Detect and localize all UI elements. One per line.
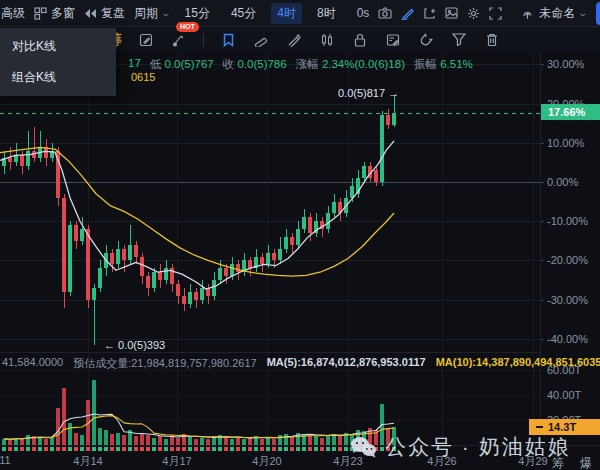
- x-axis-label: 11: [0, 454, 11, 466]
- badge-dash: [536, 426, 543, 428]
- menu-item-compare-kline[interactable]: 对比K线: [0, 31, 116, 62]
- y-axis-label: -40.00%: [547, 333, 588, 345]
- direction-strip-dot: [74, 447, 78, 451]
- direction-strip-dot: [176, 447, 180, 451]
- watermark-text: 公众号 · 奶油姑娘: [385, 433, 571, 461]
- direction-strip-dot: [320, 447, 324, 451]
- direction-strip-dot: [116, 447, 120, 451]
- direction-strip-dot: [62, 447, 66, 451]
- direction-strip-dot: [278, 447, 282, 451]
- direction-strip-dot: [182, 447, 186, 451]
- direction-strip-dot: [206, 447, 210, 451]
- direction-strip-dot: [80, 447, 84, 451]
- direction-strip-dot: [236, 447, 240, 451]
- direction-strip-dot: [308, 447, 312, 451]
- y-axis-label: -10.00%: [547, 215, 588, 227]
- direction-strip-dot: [332, 447, 336, 451]
- direction-strip-dot: [8, 447, 12, 451]
- direction-strip-dot: [56, 447, 60, 451]
- direction-strip-dot: [344, 447, 348, 451]
- current-change-badge: 17.66%: [541, 104, 600, 120]
- direction-strip-dot: [200, 447, 204, 451]
- direction-strip-dot: [86, 447, 90, 451]
- direction-strip-dot: [110, 447, 114, 451]
- direction-strip-dot: [104, 447, 108, 451]
- direction-strip-dot: [164, 447, 168, 451]
- y-axis-label: 0.00%: [547, 176, 578, 188]
- direction-strip-dot: [242, 447, 246, 451]
- direction-strip-dot: [158, 447, 162, 451]
- direction-strip-dot: [290, 447, 294, 451]
- direction-strip-dot: [188, 447, 192, 451]
- x-axis-label: 4月20: [252, 454, 281, 469]
- menu-item-combined-kline[interactable]: 组合K线: [0, 62, 116, 93]
- direction-strip-dot: [14, 447, 18, 451]
- direction-strip-dot: [266, 447, 270, 451]
- direction-strip-dot: [218, 447, 222, 451]
- direction-strip-dot: [302, 447, 306, 451]
- direction-strip-dot: [140, 447, 144, 451]
- volume-axis-label: 40.00T: [547, 389, 581, 401]
- direction-strip-dot: [338, 447, 342, 451]
- direction-strip-dot: [146, 447, 150, 451]
- direction-strip-dot: [260, 447, 264, 451]
- direction-strip-dot: [152, 447, 156, 451]
- direction-strip-dot: [92, 447, 96, 451]
- direction-strip-dot: [194, 447, 198, 451]
- y-axis-label: -30.00%: [547, 294, 588, 306]
- x-axis-label: 4月14: [73, 454, 102, 469]
- direction-strip-dot: [212, 447, 216, 451]
- y-axis-label: -20.00%: [547, 254, 588, 266]
- direction-strip-dot: [32, 447, 36, 451]
- direction-strip-dot: [272, 447, 276, 451]
- y-axis-label: 10.00%: [547, 137, 584, 149]
- direction-strip-dot: [20, 447, 24, 451]
- direction-strip-dot: [296, 447, 300, 451]
- direction-strip-dot: [230, 447, 234, 451]
- trading-app-window: 高级 多窗 复盘 周期 ⌄ 15分 45分 4时 8时 0s: [0, 0, 600, 470]
- chart-plot-area[interactable]: [0, 52, 540, 445]
- direction-strip-dot: [314, 447, 318, 451]
- tab-burst-mini[interactable]: 爆: [580, 455, 592, 470]
- direction-strip-dot: [50, 447, 54, 451]
- direction-strip-dot: [134, 447, 138, 451]
- direction-strip-dot: [284, 447, 288, 451]
- direction-strip-dot: [326, 447, 330, 451]
- direction-strip-dot: [68, 447, 72, 451]
- kline-mode-dropdown: 对比K线 组合K线: [0, 28, 116, 96]
- direction-strip-dot: [224, 447, 228, 451]
- direction-strip-dot: [254, 447, 258, 451]
- x-axis-label: 4月17: [162, 454, 191, 469]
- wechat-icon: [350, 436, 377, 459]
- direction-strip-dot: [38, 447, 42, 451]
- direction-strip-dot: [248, 447, 252, 451]
- direction-strip-dot: [2, 447, 6, 451]
- direction-strip-dot: [98, 447, 102, 451]
- direction-strip-dot: [170, 447, 174, 451]
- direction-strip-dot: [128, 447, 132, 451]
- direction-strip-dot: [122, 447, 126, 451]
- y-axis-label: 30.00%: [547, 58, 584, 70]
- watermark: 公众号 · 奶油姑娘: [350, 433, 571, 461]
- direction-strip-dot: [44, 447, 48, 451]
- direction-strip-dot: [26, 447, 30, 451]
